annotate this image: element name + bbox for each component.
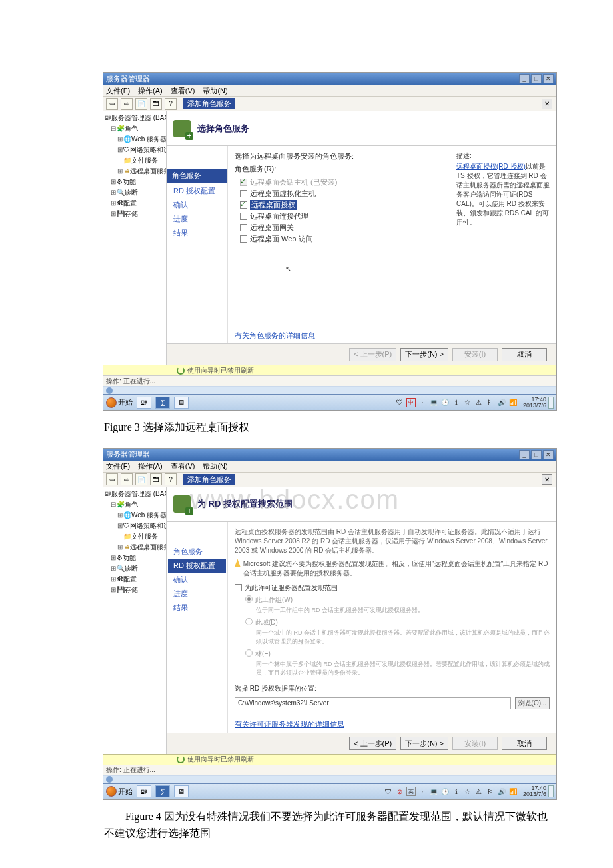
tray-icon[interactable]: ☆ <box>463 398 472 407</box>
tree-rd[interactable]: ⊞🖥远程桌面服务 <box>105 166 165 177</box>
menu-file[interactable]: 文件(F) <box>106 86 130 96</box>
step-roleservice[interactable]: 角色服务 <box>167 169 227 183</box>
tray-icon[interactable]: 🏳 <box>486 398 495 407</box>
menu-action[interactable]: 操作(A) <box>138 86 163 96</box>
cancel-button[interactable]: 取消 <box>502 348 547 361</box>
install-button[interactable]: 安装(I) <box>452 737 498 750</box>
tray-icon[interactable]: 🏳 <box>486 787 495 796</box>
step-confirm[interactable]: 确认 <box>168 573 226 587</box>
cancel-button[interactable]: 取消 <box>502 737 547 750</box>
menu-view[interactable]: 查看(V) <box>171 86 195 96</box>
checkbox-icon[interactable] <box>240 224 247 231</box>
clock[interactable]: 17:40 2013/7/6 <box>520 785 546 797</box>
desc-link[interactable]: 远程桌面授权(RD 授权) <box>456 163 526 170</box>
help-icon[interactable]: ? <box>165 98 177 110</box>
next-button[interactable]: 下一步(N) > <box>400 348 448 361</box>
tree-fs[interactable]: 📁文件服务 <box>105 531 165 542</box>
tree-roles[interactable]: ⊟🧩角色 <box>105 499 165 510</box>
menu-file[interactable]: 文件(F) <box>106 461 130 471</box>
tree-root[interactable]: 🖳服务器管理器 (BAXSERVE <box>105 113 165 123</box>
minimize-button[interactable]: _ <box>519 74 530 83</box>
tray-icon[interactable]: ℹ <box>452 398 461 407</box>
help-icon[interactable]: ? <box>165 473 177 485</box>
tray-icon[interactable]: · <box>418 398 427 407</box>
tree-nav[interactable]: 🖳服务器管理器 (BAXSERVE ⊟🧩角色 ⊞🌐Web 服务器(IIS) ⊞🛡… <box>103 487 167 754</box>
step-rd-license[interactable]: RD 授权配置 <box>168 184 226 198</box>
minimize-button[interactable]: _ <box>519 450 530 459</box>
checkbox-icon[interactable] <box>235 584 242 591</box>
step-rd-license[interactable]: RD 授权配置 <box>168 559 226 573</box>
taskbar-app-icon[interactable]: 🖥 <box>174 785 189 797</box>
back-button[interactable]: < 上一步(P) <box>349 737 396 750</box>
tray-icon[interactable]: 💻 <box>429 787 438 796</box>
tray-icon[interactable]: 🔊 <box>497 787 506 796</box>
tree-func[interactable]: ⊞⚙功能 <box>105 553 165 563</box>
checkbox-icon[interactable] <box>240 190 247 197</box>
browse-button[interactable]: 浏览(O)... <box>515 697 550 709</box>
tray-icon[interactable]: ⚠ <box>474 787 484 796</box>
tray-icon[interactable]: ℹ <box>452 787 461 796</box>
step-confirm[interactable]: 确认 <box>168 198 226 212</box>
start-button[interactable]: 开始 <box>106 397 133 408</box>
toolbar-icon[interactable]: 🗔 <box>150 98 162 110</box>
tray-icon[interactable]: ⚠ <box>474 398 484 407</box>
close-button[interactable]: ✕ <box>543 450 554 459</box>
tray-icon[interactable]: 🛡 <box>395 398 404 407</box>
tree-np[interactable]: ⊞🛡网络策略和访问服 <box>105 145 165 155</box>
checkbox-icon[interactable] <box>240 201 247 209</box>
tray-icon[interactable]: 🔊 <box>497 398 506 407</box>
menu-action[interactable]: 操作(A) <box>138 461 163 471</box>
ime-lang-icon[interactable]: 英 <box>406 787 416 796</box>
tree-store[interactable]: ⊞💾存储 <box>105 585 165 595</box>
nav-back-button[interactable]: ⇦ <box>106 98 118 110</box>
tree-fs[interactable]: 📁文件服务 <box>105 155 165 166</box>
more-info-link[interactable]: 有关角色服务的详细信息 <box>235 331 550 341</box>
show-desktop-button[interactable] <box>548 397 554 409</box>
tree-np[interactable]: ⊞🛡网络策略和访问服 <box>105 521 165 531</box>
ime-lang-icon[interactable]: 中 <box>406 398 416 407</box>
more-info-link[interactable]: 有关许可证服务器发现的详细信息 <box>235 719 550 729</box>
db-path-input[interactable]: C:\Windows\system32\LServer <box>235 697 511 709</box>
menu-view[interactable]: 查看(V) <box>171 461 195 471</box>
tree-cfg[interactable]: ⊞🛠配置 <box>105 198 165 209</box>
tray-icon[interactable]: 📶 <box>508 398 518 407</box>
menu-help[interactable]: 帮助(N) <box>203 86 227 96</box>
tree-func[interactable]: ⊞⚙功能 <box>105 177 165 187</box>
tree-roles[interactable]: ⊟🧩角色 <box>105 123 165 134</box>
tree-diag[interactable]: ⊞🔍诊断 <box>105 187 165 198</box>
maximize-button[interactable]: □ <box>531 450 542 459</box>
tree-cfg[interactable]: ⊞🛠配置 <box>105 574 165 585</box>
discovery-scope-checkbox[interactable]: 为此许可证服务器配置发现范围 <box>235 583 550 593</box>
clock[interactable]: 17:40 2013/7/6 <box>520 397 546 409</box>
taskbar-app-icon[interactable]: 🖥 <box>174 397 189 409</box>
close-button[interactable]: ✕ <box>543 74 554 83</box>
role-item[interactable]: 远程桌面 Web 访问 <box>240 233 550 245</box>
tray-icon[interactable]: 🕒 <box>440 398 450 407</box>
taskbar-app-icon[interactable]: ∑ <box>155 397 170 409</box>
tree-web[interactable]: ⊞🌐Web 服务器(IIS) <box>105 134 165 145</box>
toolbar-icon[interactable]: 📄 <box>135 473 147 485</box>
tray-icon[interactable]: 🛡 <box>384 787 393 796</box>
tray-icon[interactable]: 📶 <box>508 787 518 796</box>
menu-help[interactable]: 帮助(N) <box>203 461 227 471</box>
tray-icon[interactable]: · <box>418 787 427 796</box>
tree-rd[interactable]: ⊞🖥远程桌面服务 <box>105 542 165 553</box>
tray-icon[interactable]: 🕒 <box>440 787 450 796</box>
step-result[interactable]: 结果 <box>168 601 226 615</box>
tree-nav[interactable]: 🖳服务器管理器 (BAXSERVE ⊟🧩角色 ⊞🌐Web 服务器(IIS) ⊞🛡… <box>103 111 167 365</box>
tray-icon[interactable]: 💻 <box>429 398 438 407</box>
maximize-button[interactable]: □ <box>531 74 542 83</box>
taskbar-app-icon[interactable]: 🖳 <box>137 785 151 797</box>
taskbar-app-icon[interactable]: 🖳 <box>137 397 151 409</box>
wizard-close-button[interactable]: ✕ <box>542 474 552 485</box>
step-roleservice[interactable]: 角色服务 <box>168 545 226 559</box>
nav-back-button[interactable]: ⇦ <box>106 473 118 485</box>
install-button[interactable]: 安装(I) <box>452 348 498 361</box>
checkbox-icon[interactable] <box>240 213 247 220</box>
step-result[interactable]: 结果 <box>168 226 226 240</box>
toolbar-icon[interactable]: 📄 <box>135 98 147 110</box>
tree-store[interactable]: ⊞💾存储 <box>105 209 165 219</box>
nav-fwd-button[interactable]: ⇨ <box>121 473 133 485</box>
wizard-close-button[interactable]: ✕ <box>542 99 552 109</box>
step-progress[interactable]: 进度 <box>168 587 226 601</box>
